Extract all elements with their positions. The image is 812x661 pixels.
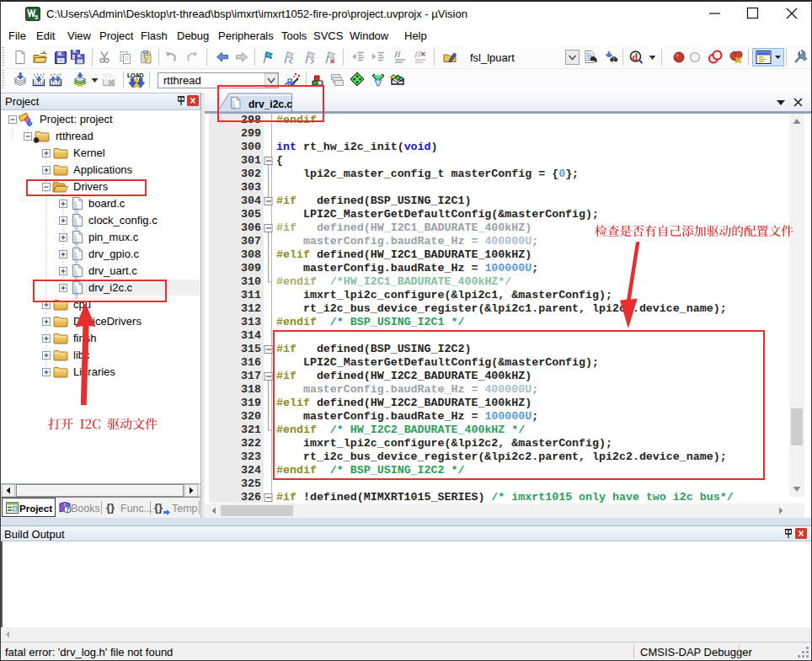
svg-text:?: ? [66,506,69,514]
svg-text:5: 5 [35,13,38,21]
svg-text:d: d [633,51,638,63]
